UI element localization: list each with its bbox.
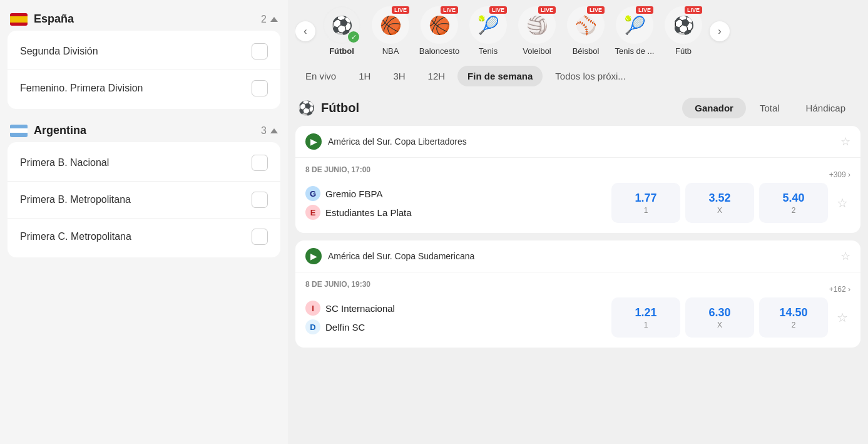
bet-type-total[interactable]: Total [747, 98, 792, 118]
bet-type-hándicap[interactable]: Hándicap [794, 98, 858, 118]
team-row: EEstudiantes La Plata [305, 205, 605, 220]
league-name: Primera C. Metropolitana [20, 231, 131, 242]
country-count-es: 2 [261, 14, 278, 25]
carousel-next[interactable]: › [710, 21, 730, 41]
team-logo: I [305, 301, 320, 316]
flag-es [10, 13, 28, 26]
live-badge: LIVE [441, 6, 458, 14]
match-item: 8 DE JUNIO, 17:00+309 ›GGremio FBPAEEstu… [295, 158, 860, 233]
odd-button-1[interactable]: 1.211 [611, 297, 680, 338]
competition-block: ▶América del Sur. Copa Libertadores☆8 DE… [295, 126, 860, 233]
sport-label: Fútbol [329, 46, 354, 56]
match-star-icon[interactable]: ☆ [834, 310, 850, 325]
sport-item-voleibol[interactable]: 🏐LIVEVoleibol [514, 6, 559, 56]
team-name: Delfin SC [325, 322, 365, 333]
team-row: ISC Internacional [305, 301, 605, 316]
odd-value: 3.52 [708, 192, 730, 205]
live-badge: LIVE [489, 6, 507, 14]
country-name-ar: Argentina [34, 124, 86, 137]
time-filter-fin-de-semana[interactable]: Fin de semana [457, 66, 543, 86]
league-item[interactable]: Primera B. Nacional [8, 145, 280, 182]
league-name: Primera B. Nacional [20, 157, 109, 168]
live-badge: LIVE [685, 6, 702, 14]
league-name: Femenino. Primera Division [20, 83, 143, 94]
league-checkbox[interactable] [252, 80, 268, 96]
competition-header: ▶América del Sur. Copa Libertadores☆ [295, 126, 860, 158]
teams-col: ISC InternacionalDDelfin SC [305, 301, 605, 334]
team-name: Gremio FBPA [325, 188, 382, 199]
time-filter-3h[interactable]: 3H [383, 66, 415, 86]
flag-ar [10, 125, 28, 137]
odd-label: 2 [792, 206, 796, 215]
section-header: ⚽ Fútbol GanadorTotalHándicap [295, 98, 860, 118]
competition-star-icon[interactable]: ☆ [840, 249, 850, 263]
country-section-ar: Argentina3Primera B. NacionalPrimera B. … [8, 119, 280, 257]
sport-item-baloncesto[interactable]: 🏀LIVEBaloncesto [417, 6, 462, 56]
sport-emoji-icon: 🎾 [477, 15, 499, 36]
more-bets[interactable]: +162 › [829, 285, 850, 294]
match-date: 8 DE JUNIO, 19:30 [305, 280, 370, 289]
country-header-es[interactable]: España2 [8, 8, 280, 31]
section-title: Fútbol [321, 101, 676, 115]
carousel-prev[interactable]: ‹ [295, 21, 315, 41]
bet-type-ganador[interactable]: Ganador [682, 98, 746, 118]
team-name: SC Internacional [325, 303, 395, 314]
competition-star-icon[interactable]: ☆ [840, 135, 850, 148]
sport-icon-wrap: ⚾LIVE [567, 6, 605, 44]
sport-icon-wrap: ⚽LIVE [665, 6, 702, 44]
sport-emoji-icon: 🎾 [624, 15, 646, 36]
match-date: 8 DE JUNIO, 17:00 [305, 165, 370, 174]
odd-button-1[interactable]: 1.771 [611, 183, 680, 223]
sport-icon-wrap: 🎾LIVE [469, 6, 507, 44]
league-item[interactable]: Primera B. Metropolitana [8, 182, 280, 219]
match-item: 8 DE JUNIO, 19:30+162 ›ISC Internacional… [295, 272, 860, 348]
time-filter-todos-los-próxi...[interactable]: Todos los próxi... [545, 66, 636, 86]
active-check-icon: ✓ [348, 31, 359, 43]
match-star-icon[interactable]: ☆ [834, 195, 850, 210]
country-header-ar[interactable]: Argentina3 [8, 119, 280, 142]
odds-group: 1.7713.52X5.402 [611, 183, 828, 223]
odd-button-2[interactable]: 14.502 [759, 297, 828, 338]
odd-button-2[interactable]: 5.402 [759, 183, 828, 223]
odds-group: 1.2116.30X14.502 [611, 297, 828, 338]
league-item[interactable]: Segunda División [8, 33, 280, 70]
time-filter-12h[interactable]: 12H [418, 66, 456, 86]
sport-icon-wrap: 🎾LIVE [616, 6, 653, 44]
team-logo: D [305, 319, 320, 334]
sport-item-tenis-de-...[interactable]: 🎾LIVETenis de ... [612, 6, 657, 56]
odd-button-X[interactable]: 6.30X [685, 297, 754, 338]
league-item[interactable]: Primera C. Metropolitana [8, 219, 280, 255]
chevron-up-icon [270, 128, 278, 133]
odd-value: 14.50 [779, 306, 807, 319]
league-checkbox[interactable] [252, 43, 268, 59]
sport-emoji-icon: 🏀 [429, 15, 451, 36]
sport-item-tenis[interactable]: 🎾LIVETenis [466, 6, 511, 56]
sport-label: Fútb [675, 46, 692, 56]
time-filter-en-vivo[interactable]: En vivo [295, 66, 346, 86]
more-bets[interactable]: +309 › [829, 170, 850, 179]
competition-name: América del Sur. Copa Libertadores [328, 137, 467, 147]
teams-col: GGremio FBPAEEstudiantes La Plata [305, 186, 605, 220]
sport-emoji-icon: ⚾ [575, 15, 597, 36]
competition-icon: ▶ [305, 248, 322, 264]
league-list-es: Segunda DivisiónFemenino. Primera Divisi… [8, 31, 280, 109]
sport-item-fútb[interactable]: ⚽LIVEFútb [661, 6, 706, 56]
odd-value: 5.40 [782, 192, 804, 205]
league-item[interactable]: Femenino. Primera Division [8, 70, 280, 106]
time-filter-1h[interactable]: 1H [349, 66, 380, 86]
odd-label: X [717, 206, 722, 215]
league-checkbox[interactable] [252, 192, 268, 208]
sport-label: Tenis de ... [615, 46, 655, 56]
sport-label: Béisbol [573, 46, 600, 56]
sport-item-fútbol[interactable]: ⚽✓Fútbol [319, 6, 364, 56]
sport-item-béisbol[interactable]: ⚾LIVEBéisbol [563, 6, 608, 56]
chevron-up-icon [270, 17, 278, 22]
league-checkbox[interactable] [252, 229, 268, 245]
team-row: DDelfin SC [305, 319, 605, 334]
sport-emoji-icon: 🏀 [380, 15, 402, 36]
league-checkbox[interactable] [252, 155, 268, 171]
live-badge: LIVE [587, 6, 605, 14]
bet-type-tabs: GanadorTotalHándicap [682, 98, 858, 118]
sport-item-nba[interactable]: 🏀LIVENBA [368, 6, 413, 56]
odd-button-X[interactable]: 3.52X [685, 183, 754, 223]
